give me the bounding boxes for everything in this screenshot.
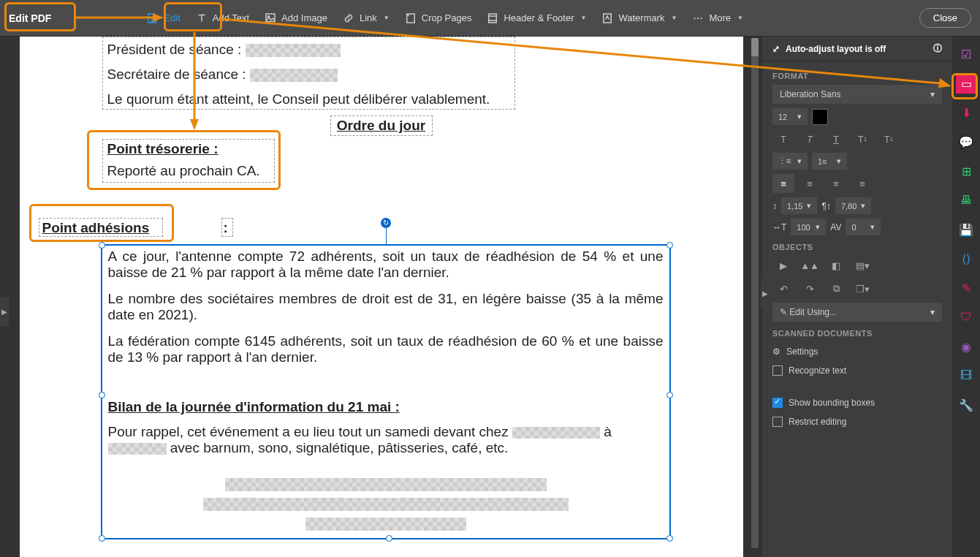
document-area[interactable]: ▶ Président de séance : Secrétaire de sé…	[0, 37, 762, 557]
rail-icon-edit-pdf[interactable]: ▭	[956, 73, 976, 94]
duplicate-button[interactable]: ❐▾	[851, 279, 873, 298]
resize-handle[interactable]	[386, 535, 392, 542]
resize-handle[interactable]	[99, 535, 105, 542]
close-button[interactable]: Close	[919, 8, 971, 28]
crop-tool[interactable]: ◧	[825, 256, 847, 275]
line-spacing-select[interactable]: 1,15▾	[781, 197, 817, 214]
align-right-button[interactable]: ≡	[825, 174, 847, 193]
font-family-select[interactable]: Liberation Sans▾	[772, 85, 942, 104]
text-box[interactable]: Président de séance : Secrétaire de séan…	[102, 37, 515, 110]
rail-icon-code[interactable]: ⟨⟩	[956, 249, 976, 269]
horiz-scale-icon: ↔T	[772, 222, 786, 232]
heading-adhesions[interactable]: Point adhésions	[39, 218, 163, 237]
align-left-button[interactable]: ≡	[772, 174, 794, 193]
arrange-tool[interactable]: ▤▾	[851, 256, 873, 275]
resize-handle[interactable]	[666, 242, 673, 249]
link-icon	[342, 12, 355, 25]
redacted-text	[512, 427, 600, 439]
rotation-handle[interactable]: ↻	[381, 218, 391, 228]
section-scanned: SCANNED DOCUMENTS	[772, 329, 942, 338]
caret-icon: ▾	[930, 89, 935, 99]
text-box-tresorerie[interactable]: Point trésorerie : Reporté au prochain C…	[102, 139, 275, 183]
rail-icon-accessibility[interactable]: ◉	[956, 336, 976, 357]
checkbox[interactable]	[772, 417, 783, 427]
edit-using-select[interactable]: ✎ Edit Using...▾	[772, 303, 942, 322]
font-size-select[interactable]: 12▾	[772, 108, 808, 125]
recognize-text-checkbox[interactable]: Recognize text	[772, 361, 942, 380]
rail-icon-save[interactable]: 💾	[956, 219, 976, 240]
rail-icon-sign[interactable]: ✎	[956, 278, 976, 298]
add-image-button[interactable]: Add Image	[257, 7, 335, 29]
rotate-left-button[interactable]: ↶	[772, 279, 794, 298]
resize-handle[interactable]	[666, 535, 673, 542]
caret-icon: ▾	[797, 156, 802, 166]
rail-icon-protect[interactable]: 🛡	[956, 307, 976, 327]
font-color-swatch[interactable]	[812, 109, 828, 125]
cursor-tool[interactable]: ▶	[772, 256, 794, 275]
superscript-button[interactable]: T1	[851, 129, 873, 148]
watermark-icon	[601, 12, 614, 25]
section-objects: OBJECTS	[772, 243, 942, 251]
edit-icon	[146, 12, 159, 25]
rotate-right-button[interactable]: ↷	[799, 279, 821, 298]
checkbox-checked[interactable]	[772, 398, 783, 408]
resize-handle[interactable]	[666, 392, 673, 398]
scrollbar-thumb[interactable]	[751, 38, 759, 56]
para-spacing-select[interactable]: 7,80▾	[835, 197, 871, 214]
show-bounding-boxes-checkbox[interactable]: Show bounding boxes	[772, 393, 942, 412]
redacted-text	[250, 69, 338, 82]
bullet-list-select[interactable]: ⋮≡ ▾	[772, 153, 808, 170]
panel-expand-left[interactable]: ▶	[0, 297, 9, 326]
line-spacing-icon: ↕	[772, 201, 777, 211]
underline-button[interactable]: T	[825, 129, 847, 148]
para-spacing-icon: ¶↕	[821, 201, 830, 211]
checkbox[interactable]	[772, 365, 783, 376]
format-panel: ⤢ Auto-adjust layout is off ⓘ FORMAT Lib…	[762, 37, 952, 557]
flip-tool[interactable]: ▲▲	[799, 256, 821, 275]
rail-icon-check[interactable]: ☑	[956, 44, 976, 64]
heading-ordre[interactable]: Ordre du jour	[330, 115, 433, 136]
caret-icon: ▾	[837, 156, 841, 166]
add-text-button[interactable]: Add Text	[188, 7, 257, 29]
auto-adjust-row[interactable]: ⤢ Auto-adjust layout is off ⓘ	[762, 37, 952, 61]
redacted-text	[108, 443, 167, 455]
rail-icon-tools[interactable]: 🔧	[956, 395, 976, 415]
rail-icon-export[interactable]: ⬇	[956, 102, 976, 123]
edit-button[interactable]: Edit	[139, 7, 187, 29]
rail-icon-organize[interactable]: ⊞	[956, 161, 976, 181]
italic-button[interactable]: T	[799, 129, 821, 148]
rail-icon-comment[interactable]: 💬	[956, 132, 976, 152]
vertical-scrollbar[interactable]	[751, 38, 759, 548]
resize-handle[interactable]	[99, 242, 105, 249]
crop-pages-button[interactable]: Crop Pages	[397, 7, 479, 29]
svg-rect-3	[489, 14, 497, 23]
char-space-select[interactable]: 0▾	[846, 219, 881, 235]
more-button[interactable]: More▼	[684, 7, 751, 29]
bold-button[interactable]: T	[772, 129, 794, 148]
text-box-selected[interactable]: ↻ A ce jour, l'antenne compte 72 adhéren…	[101, 244, 671, 539]
caret-icon: ▾	[807, 201, 811, 211]
pdf-page[interactable]: Président de séance : Secrétaire de séan…	[20, 37, 743, 557]
resize-handle[interactable]	[99, 392, 105, 398]
watermark-button[interactable]: Watermark▼	[593, 7, 684, 29]
align-justify-button[interactable]: ≡	[851, 174, 873, 193]
horiz-scale-select[interactable]: 100▾	[791, 219, 826, 235]
link-button[interactable]: Link▼	[335, 7, 397, 29]
rail-icon-media[interactable]: 🎞	[956, 365, 976, 386]
header-footer-button[interactable]: Header & Footer▼	[479, 7, 593, 29]
restrict-editing-checkbox[interactable]: Restrict editing	[772, 412, 942, 431]
align-center-button[interactable]: ≡	[799, 174, 821, 193]
colon[interactable]: :	[221, 218, 233, 237]
settings-button[interactable]: ⚙Settings	[772, 342, 942, 361]
svg-rect-0	[266, 14, 275, 22]
redacted-block	[108, 478, 664, 534]
numbered-list-select[interactable]: 1≡ ▾	[812, 153, 847, 170]
rail-icon-print[interactable]: 🖶	[956, 190, 976, 211]
subscript-button[interactable]: T1	[878, 129, 900, 148]
caret-icon: ▾	[861, 201, 865, 211]
replace-button[interactable]: ⧉	[825, 279, 847, 298]
info-icon[interactable]: ⓘ	[933, 42, 942, 55]
main: ▶ Président de séance : Secrétaire de sé…	[0, 37, 980, 557]
svg-point-6	[697, 17, 699, 18]
panel-collapse-tab[interactable]: ▶	[761, 278, 770, 308]
